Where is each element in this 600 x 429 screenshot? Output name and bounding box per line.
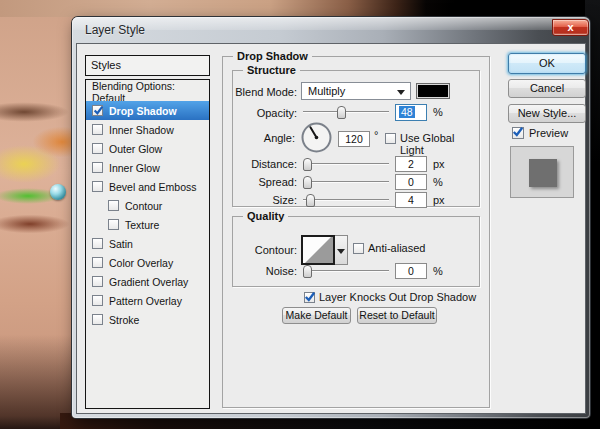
use-global-light-checkbox[interactable] (385, 133, 396, 144)
quality-group-title: Quality (243, 210, 288, 222)
drop-shadow-group-title: Drop Shadow (233, 50, 312, 62)
sidebar-item-label: Satin (109, 238, 133, 250)
checkbox[interactable] (92, 238, 103, 249)
size-slider-thumb[interactable] (306, 194, 315, 207)
opacity-slider[interactable] (303, 111, 389, 113)
noise-slider[interactable] (303, 270, 389, 272)
chevron-down-icon (397, 90, 405, 95)
structure-group-title: Structure (243, 64, 300, 76)
style-preview-swatch (510, 146, 574, 198)
sidebar-item-texture[interactable]: Texture (86, 215, 209, 234)
angle-dial[interactable] (300, 121, 333, 154)
checkbox[interactable] (92, 257, 103, 268)
distance-unit: px (433, 158, 445, 170)
spread-input[interactable]: 0 (395, 174, 427, 190)
checkbox[interactable] (92, 314, 103, 325)
opacity-slider-thumb[interactable] (337, 106, 346, 119)
noise-slider-thumb[interactable] (303, 265, 312, 278)
sidebar-item-blending-options[interactable]: Blending Options: Default (86, 82, 209, 101)
sidebar-item-gradient-overlay[interactable]: Gradient Overlay (86, 272, 209, 291)
distance-slider-thumb[interactable] (303, 158, 312, 171)
preview-checkbox[interactable] (512, 127, 524, 139)
cancel-button[interactable]: Cancel (508, 79, 586, 98)
blend-mode-dropdown[interactable]: Multiply (301, 82, 411, 100)
noise-value: 0 (408, 265, 414, 277)
layer-style-dialog: Layer Style x Styles Blending Options: D… (72, 17, 590, 418)
angle-input[interactable]: 120 (338, 131, 370, 147)
size-slider[interactable] (303, 199, 389, 201)
noise-input[interactable]: 0 (395, 263, 427, 279)
new-style-button[interactable]: New Style... (508, 104, 586, 123)
sidebar-item-label: Texture (125, 219, 159, 231)
sidebar-item-label: Gradient Overlay (109, 276, 188, 288)
contour-label: Contour: (217, 244, 297, 256)
checkbox[interactable] (92, 295, 103, 306)
sidebar-item-pattern-overlay[interactable]: Pattern Overlay (86, 291, 209, 310)
angle-unit: ° (374, 129, 378, 141)
sidebar-item-drop-shadow[interactable]: Drop Shadow (86, 101, 209, 120)
noise-unit: % (433, 265, 443, 277)
checkbox[interactable] (92, 276, 103, 287)
background-photo-top (0, 0, 600, 17)
size-label: Size: (217, 194, 297, 206)
sidebar-item-label: Color Overlay (109, 257, 173, 269)
preview-label: Preview (529, 127, 568, 139)
sidebar-item-bevel-emboss[interactable]: Bevel and Emboss (86, 177, 209, 196)
distance-label: Distance: (217, 158, 297, 170)
checkbox[interactable] (108, 200, 119, 211)
use-global-light-label: Use Global Light (400, 132, 479, 156)
blend-mode-label: Blend Mode: (217, 86, 297, 98)
checkbox[interactable] (92, 124, 103, 135)
sidebar-item-color-overlay[interactable]: Color Overlay (86, 253, 209, 272)
checkbox[interactable] (92, 162, 103, 173)
layer-knocks-out-checkbox[interactable] (304, 292, 315, 303)
close-icon: x (567, 21, 573, 33)
opacity-unit: % (433, 106, 443, 118)
distance-input[interactable]: 2 (395, 156, 427, 172)
distance-value: 2 (408, 158, 414, 170)
preview-layer-square (529, 159, 557, 187)
sidebar-item-label: Blending Options: Default (92, 80, 209, 104)
background-photo-eye (0, 0, 78, 429)
ok-button[interactable]: OK (508, 53, 586, 74)
dialog-titlebar[interactable]: Layer Style x (72, 17, 590, 43)
sidebar-item-label: Outer Glow (109, 143, 162, 155)
size-input[interactable]: 4 (395, 192, 427, 208)
structure-group: Structure Blend Mode: Multiply Opacity: … (232, 70, 480, 207)
distance-slider[interactable] (303, 163, 389, 165)
sidebar-item-satin[interactable]: Satin (86, 234, 209, 253)
angle-value: 120 (345, 133, 363, 145)
checkbox-checked[interactable] (92, 105, 103, 116)
sidebar-item-label: Drop Shadow (109, 105, 177, 117)
screen: Layer Style x Styles Blending Options: D… (0, 0, 600, 429)
shadow-color-swatch[interactable] (416, 83, 450, 99)
contour-picker[interactable] (301, 235, 335, 265)
noise-label: Noise: (217, 265, 297, 277)
reset-to-default-button[interactable]: Reset to Default (357, 307, 437, 324)
spread-slider[interactable] (303, 181, 389, 183)
checkbox[interactable] (108, 219, 119, 230)
chevron-down-icon (337, 249, 345, 254)
sidebar-item-stroke[interactable]: Stroke (86, 310, 209, 329)
checkbox[interactable] (92, 181, 103, 192)
contour-dropdown-button[interactable] (335, 235, 348, 265)
sidebar-item-contour[interactable]: Contour (86, 196, 209, 215)
styles-header: Styles (85, 55, 210, 76)
layer-knocks-out-label: Layer Knocks Out Drop Shadow (319, 291, 476, 303)
anti-aliased-checkbox[interactable] (353, 243, 364, 254)
spread-label: Spread: (217, 176, 297, 188)
sidebar-item-label: Stroke (109, 314, 139, 326)
blend-mode-value: Multiply (308, 85, 345, 97)
opacity-input[interactable]: 48 (395, 104, 427, 121)
teardrop-gem (50, 184, 66, 200)
spread-value: 0 (408, 176, 414, 188)
sidebar-item-outer-glow[interactable]: Outer Glow (86, 139, 209, 158)
spread-unit: % (433, 176, 443, 188)
sidebar-item-inner-glow[interactable]: Inner Glow (86, 158, 209, 177)
make-default-button[interactable]: Make Default (282, 307, 351, 324)
quality-group: Quality Contour: Anti-aliased Noise: 0 % (232, 216, 480, 287)
close-button[interactable]: x (552, 19, 589, 36)
checkbox[interactable] (92, 143, 103, 154)
spread-slider-thumb[interactable] (303, 176, 312, 189)
sidebar-item-inner-shadow[interactable]: Inner Shadow (86, 120, 209, 139)
